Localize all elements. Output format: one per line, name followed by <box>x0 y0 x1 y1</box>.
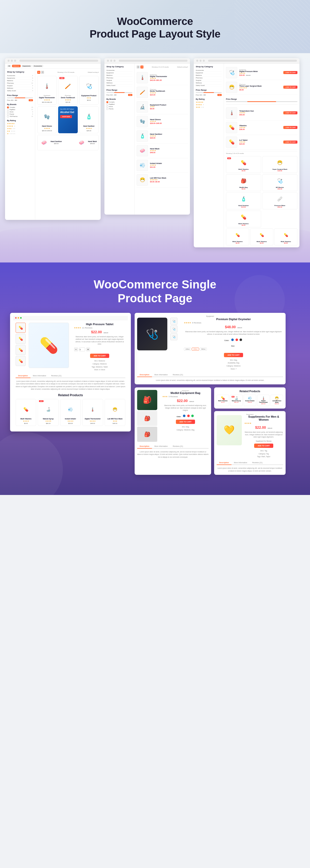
price-go-btn-2[interactable]: Go <box>128 94 132 96</box>
thumb-1a[interactable]: 💊 <box>15 323 26 333</box>
list-info-mask: Lab N95 Face Mask ★★★★★ $9.00–$9.00 <box>150 177 188 183</box>
list-view-btn-2[interactable]: ☰ <box>140 65 143 68</box>
rating-3-3[interactable]: ★★★★★ <box>196 106 222 108</box>
supplements-tab-desc[interactable]: Description <box>217 461 232 465</box>
color-swatch-red[interactable] <box>236 339 238 341</box>
add-to-cart-supplements[interactable]: ADD TO CART <box>254 443 273 448</box>
rating-5[interactable]: ★★★★★ <box>7 123 33 125</box>
medkit-tab-desc[interactable]: Description <box>137 444 152 448</box>
cat2-surgical[interactable]: Surgical <box>106 79 132 82</box>
filter-tab-medicine[interactable]: Medicine <box>12 65 21 67</box>
brand-checkbox-comphy[interactable] <box>7 106 9 108</box>
grid-view-button[interactable]: ⊞ <box>37 71 40 74</box>
oxymeter-thumb-3[interactable]: 🩺 <box>170 333 177 340</box>
brand-checkbox-pacely[interactable] <box>7 113 9 115</box>
cat3-wellness[interactable]: Wellness <box>196 82 222 84</box>
qty-plus-1[interactable]: + <box>86 347 90 351</box>
brand-cb-5[interactable] <box>106 108 108 110</box>
thumb-1d[interactable]: 💊 <box>15 356 26 366</box>
list-view-button[interactable]: ☰ <box>41 71 44 74</box>
cat-item-equipment[interactable]: Equipments8 <box>7 77 33 80</box>
add-to-cart-medkit[interactable]: ADD TO CART <box>176 420 195 424</box>
rating-2[interactable]: ★★★★★ <box>7 130 33 132</box>
price-range-title-2: Price Range <box>106 89 132 91</box>
price-bar-2[interactable] <box>106 92 132 93</box>
rating-4-3[interactable]: ★★★★★ <box>196 104 222 106</box>
supplements-tab-more[interactable]: More Information <box>232 461 250 465</box>
brand-cb-3[interactable] <box>106 103 108 105</box>
oxymeter-thumb-2[interactable]: 🩺 <box>170 326 177 333</box>
grid-view-btn-2[interactable]: ⊞ <box>137 65 140 68</box>
filter-tab-all[interactable]: All <box>7 65 11 67</box>
thumb-1c[interactable]: 💊 <box>15 345 26 355</box>
add-to-cart-button-1[interactable]: ADD TO CART <box>90 354 109 358</box>
supplements-tab-reviews[interactable]: Reviews (21) <box>250 461 265 465</box>
cat-item-pharmacy[interactable]: Pharmacy12 <box>7 82 33 85</box>
inline-price-bar[interactable] <box>226 101 298 102</box>
medkit-swatch-blue[interactable] <box>183 414 185 417</box>
cat3-medicine[interactable]: Medicine <box>196 74 222 77</box>
cat3-safety[interactable]: Safety Guard <box>196 84 222 87</box>
rating-5-3[interactable]: ★★★★★ <box>196 101 222 103</box>
cat3-surgical[interactable]: Surgical <box>196 79 222 82</box>
cat3-equipment[interactable]: Equipment <box>196 72 222 74</box>
list-item-handwash: 🧼 Hand Wash ★★★★ $48.00 <box>137 144 188 158</box>
size-200ml[interactable]: 200ml <box>192 348 199 351</box>
featured-add-cart-pressure[interactable]: + ADD TO CART <box>283 71 298 74</box>
oxymeter-tab-reviews[interactable]: Reviews (21) <box>170 373 185 377</box>
tab-reviews-1[interactable]: Reviews (21) <box>48 374 64 378</box>
cat-item-safety[interactable]: Safety Guard4 <box>7 90 33 92</box>
filter-tab-accessories[interactable]: Accessories <box>32 65 43 67</box>
cat-item-wellness[interactable]: Wellness9 <box>7 87 33 90</box>
brand-checkbox-hecto[interactable] <box>7 111 9 113</box>
color-swatch-blue[interactable] <box>231 339 234 341</box>
add-to-cart-oxymeter[interactable]: ADD TO CART <box>224 353 243 357</box>
cat2-wellness[interactable]: Wellness <box>106 82 132 84</box>
rating-4[interactable]: ★★★★★ <box>7 125 33 127</box>
related2-img-4: 🌡️ <box>259 396 268 400</box>
oxymeter-thumb-1[interactable]: 🩺 <box>170 318 177 325</box>
cat2-pharmacy[interactable]: Pharmacy <box>106 77 132 79</box>
medkit-swatch-red[interactable] <box>187 414 190 417</box>
rating-1[interactable]: ★★★★★ <box>7 133 33 135</box>
cat-item-medicine[interactable]: Medicine3 <box>7 80 33 82</box>
medkit-tab-more[interactable]: More Information <box>152 444 170 448</box>
price-bar-3[interactable] <box>196 92 222 93</box>
brand-checkbox-digimed[interactable] <box>7 109 9 111</box>
sort-dropdown-2[interactable]: Default sorting ▾ <box>177 66 188 68</box>
tab-description-1[interactable]: Description <box>15 374 30 378</box>
brand-checkbox-tmpeg[interactable] <box>7 116 9 117</box>
cat2-accessories[interactable]: Accessories <box>106 69 132 72</box>
price-go-button[interactable]: Go <box>29 99 33 101</box>
oxymeter-tab-more[interactable]: More Information <box>152 373 170 377</box>
brand-cb-4[interactable] <box>106 106 108 107</box>
price-go-btn-3[interactable]: Go <box>217 94 222 96</box>
qty-input-1[interactable] <box>79 347 85 351</box>
featured-add-cart-tablet[interactable]: + ADD TO CART <box>283 141 298 144</box>
featured-add-cart-vitamins[interactable]: + ADD TO CART <box>283 126 298 129</box>
thumb-1b[interactable]: 💊 <box>15 334 26 344</box>
filter-tab-equipment[interactable]: Equipments <box>22 65 32 67</box>
cat3-pharmacy[interactable]: Pharmacy <box>196 77 222 79</box>
alcohol-shop-now-button[interactable]: SHOP NOW <box>60 115 72 118</box>
rating-3[interactable]: ★★★★★ <box>7 128 33 130</box>
qty-minus-1[interactable]: − <box>74 347 78 351</box>
cat2-equipment[interactable]: Equipment <box>106 72 132 74</box>
color-swatch-dark[interactable] <box>240 339 242 341</box>
size-500ml[interactable]: 500ml <box>200 348 207 351</box>
cat-item-accessories[interactable]: Accessories5 <box>7 74 33 77</box>
cat2-safety[interactable]: Safety Guard <box>106 84 132 87</box>
tab-more-info-1[interactable]: More Information <box>30 374 49 378</box>
featured-add-cart-surgical[interactable]: + ADD TO CART <box>283 86 298 89</box>
oxymeter-tab-desc[interactable]: Description <box>137 373 152 377</box>
brand-cb-2[interactable] <box>106 101 108 103</box>
price-range-bar[interactable] <box>7 97 33 98</box>
cat-item-surgical[interactable]: Surgical6 <box>7 85 33 87</box>
medkit-tab-reviews[interactable]: Reviews (21) <box>170 444 185 448</box>
cat2-medicine[interactable]: Medicine <box>106 74 132 77</box>
featured-add-cart-thermometer[interactable]: + ADD TO CART <box>283 111 298 114</box>
sort-dropdown[interactable]: Default sorting ▾ <box>88 71 99 73</box>
size-100ml[interactable]: 100ml <box>184 348 191 351</box>
cat3-accessories[interactable]: Accessories <box>196 69 222 72</box>
medkit-swatch-green[interactable] <box>191 414 194 417</box>
